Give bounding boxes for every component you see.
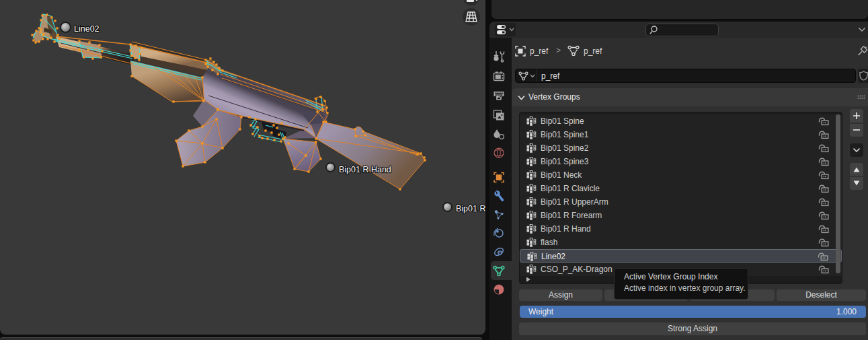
svg-text:Bip01 R Hand: Bip01 R Hand bbox=[339, 165, 391, 174]
svg-text:Line02: Line02 bbox=[74, 24, 100, 34]
svg-text:Bip01 R Forearm: Bip01 R Forearm bbox=[456, 204, 485, 213]
